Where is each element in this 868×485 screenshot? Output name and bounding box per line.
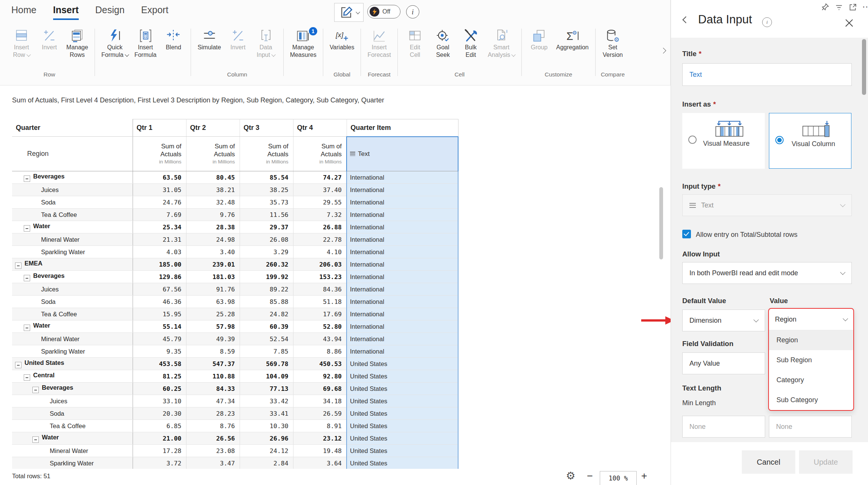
text-input-cell[interactable]: United States xyxy=(347,420,458,432)
invert-column-button[interactable]: Invert xyxy=(224,27,252,51)
zoom-level-box[interactable]: 100 % xyxy=(600,471,637,485)
min-length-input[interactable] xyxy=(682,416,765,438)
close-icon[interactable] xyxy=(844,18,854,28)
collapse-icon[interactable] xyxy=(24,374,30,381)
input-type-select[interactable]: Text xyxy=(682,194,852,216)
gear-icon[interactable]: ⚙ xyxy=(566,470,575,482)
text-input-cell[interactable]: United States xyxy=(347,370,458,383)
value-option-region[interactable]: Region xyxy=(769,330,853,350)
text-input-cell[interactable]: International xyxy=(347,296,458,308)
collapse-icon[interactable] xyxy=(24,225,30,232)
panel-scrollbar[interactable] xyxy=(862,39,866,95)
tab-home[interactable]: Home xyxy=(11,5,37,20)
text-input-cell[interactable]: International xyxy=(347,233,458,246)
text-input-cell[interactable]: United States xyxy=(347,432,458,445)
tab-design[interactable]: Design xyxy=(95,5,125,20)
set-version-button[interactable]: ⚙SetVersion xyxy=(599,27,627,58)
value-select[interactable]: Region xyxy=(769,309,853,330)
ribbon-expand-button[interactable] xyxy=(659,48,665,55)
collapse-icon[interactable] xyxy=(32,436,39,443)
text-input-cell[interactable]: International xyxy=(347,184,458,196)
manage-rows-button[interactable]: ManageRows xyxy=(63,27,91,58)
bulk-edit-button[interactable]: BulkEdit xyxy=(457,27,485,58)
measure-header: Sum ofActualsin Millions xyxy=(293,137,347,171)
text-input-cell[interactable]: United States xyxy=(347,395,458,407)
button-label: ManageRows xyxy=(66,44,88,58)
radio-selected-icon[interactable] xyxy=(775,136,784,144)
text-input-cell[interactable]: International xyxy=(347,196,458,209)
value-cell: 32.48 xyxy=(186,196,240,209)
option-visual-column[interactable]: Visual Column xyxy=(769,113,851,169)
field-validation-select[interactable]: Any Value xyxy=(682,352,765,374)
text-input-cell[interactable]: United States xyxy=(347,457,458,470)
collapse-icon[interactable] xyxy=(24,175,30,182)
table-vertical-scrollbar[interactable] xyxy=(659,187,663,259)
panel-info-icon[interactable]: i xyxy=(762,17,772,27)
value-option-sub-category[interactable]: Sub Category xyxy=(769,390,853,410)
text-input-cell[interactable]: International xyxy=(347,271,458,283)
text-input-cell[interactable]: International xyxy=(347,258,458,271)
text-input-cell[interactable]: International xyxy=(347,308,458,320)
text-input-cell[interactable]: International xyxy=(347,221,458,233)
more-options-icon[interactable]: ··· xyxy=(863,3,868,11)
pin-icon[interactable] xyxy=(821,3,829,11)
text-input-cell[interactable]: International xyxy=(347,171,458,184)
goal-seek-button[interactable]: GoalSeek xyxy=(429,27,457,58)
default-value-select[interactable]: Dimension xyxy=(682,310,765,331)
radio-unselected-icon[interactable] xyxy=(688,136,697,144)
invert-row-button[interactable]: Invert xyxy=(35,27,63,51)
cancel-button[interactable]: Cancel xyxy=(742,450,795,474)
text-input-column-header[interactable]: Text xyxy=(347,137,458,171)
filter-icon[interactable] xyxy=(835,3,843,11)
smart-analysis-button[interactable]: SmartAnalysis xyxy=(485,27,518,58)
edit-mode-button[interactable] xyxy=(334,3,364,22)
value-option-category[interactable]: Category xyxy=(769,370,853,390)
data-input-button[interactable]: DataInput xyxy=(252,27,280,58)
zoom-out-button[interactable]: − xyxy=(587,470,593,482)
aggregation-button[interactable]: Σ⚙Aggregation xyxy=(553,27,591,51)
option-visual-measure[interactable]: Visual Measure xyxy=(682,113,765,169)
title-input[interactable] xyxy=(682,63,852,86)
allow-input-select[interactable]: In both PowerBI read and edit mode xyxy=(682,262,852,284)
text-input-cell[interactable]: United States xyxy=(347,358,458,370)
collapse-icon[interactable] xyxy=(24,325,30,331)
popout-icon[interactable] xyxy=(849,3,857,11)
collapse-icon[interactable] xyxy=(24,275,30,281)
text-input-cell[interactable]: International xyxy=(347,333,458,345)
text-input-cell[interactable]: United States xyxy=(347,383,458,395)
value-option-sub-region[interactable]: Sub Region xyxy=(769,350,853,370)
panel-footer: Cancel Update xyxy=(671,442,868,485)
insert-formula-button[interactable]: InsertFormula xyxy=(131,27,160,58)
live-toggle[interactable]: Off xyxy=(367,5,400,18)
back-button[interactable] xyxy=(682,17,688,24)
edit-cell-button[interactable]: EditCell xyxy=(401,27,429,58)
simulate-button[interactable]: Simulate xyxy=(194,27,224,51)
insert-forecast-button[interactable]: InsertForecast xyxy=(364,27,394,58)
zoom-in-button[interactable]: + xyxy=(641,470,647,482)
text-input-cell[interactable]: United States xyxy=(347,445,458,457)
group-separator xyxy=(521,29,522,76)
text-input-cell[interactable]: International xyxy=(347,209,458,221)
insert-row-button[interactable]: InsertRow xyxy=(8,27,35,58)
collapse-icon[interactable] xyxy=(32,387,39,393)
tab-export[interactable]: Export xyxy=(141,5,168,20)
text-input-cell[interactable]: United States xyxy=(347,407,458,420)
collapse-icon[interactable] xyxy=(15,362,21,368)
item-column-header: Quarter Item xyxy=(347,119,458,137)
group-button[interactable]: Group xyxy=(525,27,553,51)
info-icon[interactable]: i xyxy=(406,5,419,18)
value-cell: 60.39 xyxy=(240,320,293,333)
text-input-cell[interactable]: International xyxy=(347,283,458,296)
max-length-input[interactable] xyxy=(769,416,852,438)
text-input-cell[interactable]: International xyxy=(347,320,458,333)
quick-formula-button[interactable]: QuickFormula xyxy=(98,27,131,58)
text-input-cell[interactable]: International xyxy=(347,345,458,358)
text-input-cell[interactable]: International xyxy=(347,246,458,258)
collapse-icon[interactable] xyxy=(15,262,21,269)
allow-entry-checkbox[interactable] xyxy=(682,230,691,238)
variables-button[interactable]: [x]Variables xyxy=(327,27,358,51)
manage-measures-button[interactable]: 1ManageMeasures xyxy=(287,27,319,58)
update-button[interactable]: Update xyxy=(799,450,853,474)
tab-insert[interactable]: Insert xyxy=(53,5,79,20)
blend-button[interactable]: Blend xyxy=(159,27,187,51)
